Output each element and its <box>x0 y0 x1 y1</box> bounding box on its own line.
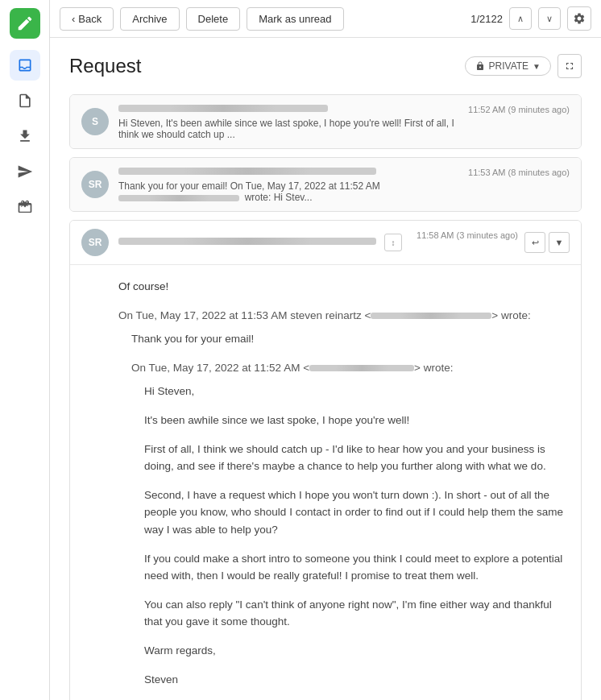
sidebar <box>0 0 50 700</box>
lock-icon <box>475 61 485 71</box>
body-opening: Of course! <box>118 278 566 296</box>
message-3-header[interactable]: SR ↕ 11:58 AM (3 minutes ago) ↩ ▼ <box>70 221 581 265</box>
message-2-meta: Thank you for your email! On Tue, May 17… <box>118 166 460 203</box>
pagination: 1/2122 <box>470 13 503 25</box>
message-1-meta: Hi Steven, It's been awhile since we las… <box>118 103 460 140</box>
para3: Second, I have a request which I hope yo… <box>144 487 566 539</box>
expand-button[interactable] <box>557 54 582 78</box>
pagination-up-button[interactable]: ∧ <box>509 7 532 30</box>
send-icon <box>17 164 33 180</box>
docs-icon <box>17 93 33 109</box>
email-subject: Request <box>69 55 141 77</box>
sender-expand-icon[interactable]: ↕ <box>384 234 402 251</box>
expand-icon <box>564 60 575 72</box>
message-3-time: 11:58 AM (3 minutes ago) <box>417 229 518 240</box>
pagination-down-button[interactable]: ∨ <box>538 7 561 30</box>
sidebar-item-download[interactable] <box>10 121 40 151</box>
avatar-3: SR <box>81 229 109 256</box>
sender-3-name <box>118 238 376 245</box>
sidebar-item-archive[interactable] <box>10 192 40 222</box>
private-badge[interactable]: PRIVATE ▼ <box>465 56 551 76</box>
gear-icon <box>573 12 586 25</box>
quote1-header: On Tue, May 17, 2022 at 11:53 AM steven … <box>118 307 566 325</box>
message-3-actions: ↩ ▼ <box>524 232 570 253</box>
message-1: S Hi Steven, It's been awhile since we l… <box>69 94 582 149</box>
privacy-chevron-icon: ▼ <box>533 62 541 71</box>
sidebar-item-send[interactable] <box>10 156 40 187</box>
signature: Steven <box>144 671 566 689</box>
message-2-time: 11:53 AM (8 minutes ago) <box>468 166 570 177</box>
message-2-preview: Thank you for your email! On Tue, May 17… <box>118 180 460 203</box>
mark-unread-button[interactable]: Mark as unread <box>247 7 343 31</box>
message-3-body: Of course! On Tue, May 17, 2022 at 11:53… <box>70 265 581 700</box>
sender-1-name <box>118 105 328 112</box>
quote2-header: On Tue, May 17, 2022 at 11:52 AM <> wrot… <box>131 359 566 377</box>
message-3-meta <box>118 235 384 250</box>
archive-label: Archive <box>132 13 167 25</box>
toolbar: ‹ Back Archive Delete Mark as unread 1/2… <box>50 0 601 38</box>
quote1-text: Thank you for your email! <box>131 330 566 348</box>
logo-icon <box>16 14 34 32</box>
para5: You can also reply "I can't think of any… <box>144 596 566 631</box>
quote1-body: Thank you for your email! On Tue, May 17… <box>131 330 566 688</box>
message-1-preview: Hi Steven, It's been awhile since we las… <box>118 118 460 140</box>
para4: If you could make a short intro to someo… <box>144 550 566 585</box>
chevron-up-icon: ∧ <box>517 14 524 24</box>
main-content: ‹ Back Archive Delete Mark as unread 1/2… <box>50 0 601 700</box>
sender-2-name <box>118 168 376 175</box>
inbox-icon <box>17 57 33 73</box>
para2: First of all, I think we should catch up… <box>144 441 566 475</box>
settings-button[interactable] <box>567 6 591 31</box>
chevron-down-icon: ∨ <box>546 14 553 24</box>
pagination-count: 1/2122 <box>470 13 503 25</box>
mark-unread-label: Mark as unread <box>259 13 331 25</box>
sidebar-item-inbox[interactable] <box>10 50 40 81</box>
salutation: Hi Steven, <box>144 383 566 400</box>
message-2: SR Thank you for your email! On Tue, May… <box>69 157 582 212</box>
message-1-header[interactable]: S Hi Steven, It's been awhile since we l… <box>70 95 581 148</box>
quote2-body: Hi Steven, It's been awhile since we las… <box>144 383 566 688</box>
delete-label: Delete <box>198 13 229 25</box>
para1: It's been awhile since we last spoke, I … <box>144 412 566 429</box>
archive-button[interactable]: Archive <box>120 7 179 31</box>
message-2-header[interactable]: SR Thank you for your email! On Tue, May… <box>70 158 581 211</box>
download-icon <box>17 128 33 144</box>
closing: Warm regards, <box>144 642 566 660</box>
message-1-time: 11:52 AM (9 minutes ago) <box>468 103 570 114</box>
sidebar-item-docs[interactable] <box>10 85 40 116</box>
back-label: Back <box>78 13 102 25</box>
avatar-1: S <box>81 108 109 135</box>
back-chevron-icon: ‹ <box>72 13 75 25</box>
message-3: SR ↕ 11:58 AM (3 minutes ago) ↩ ▼ Of cou… <box>69 220 582 700</box>
avatar-2: SR <box>81 171 109 198</box>
archive-icon <box>17 199 33 215</box>
app-logo <box>10 8 40 39</box>
privacy-label: PRIVATE <box>489 60 529 72</box>
more-actions-button[interactable]: ▼ <box>549 232 570 253</box>
delete-button[interactable]: Delete <box>186 7 241 31</box>
back-button[interactable]: ‹ Back <box>60 7 114 31</box>
subject-row: Request PRIVATE ▼ <box>69 54 582 78</box>
email-area: Request PRIVATE ▼ S <box>50 38 601 700</box>
reply-button[interactable]: ↩ <box>524 232 545 253</box>
